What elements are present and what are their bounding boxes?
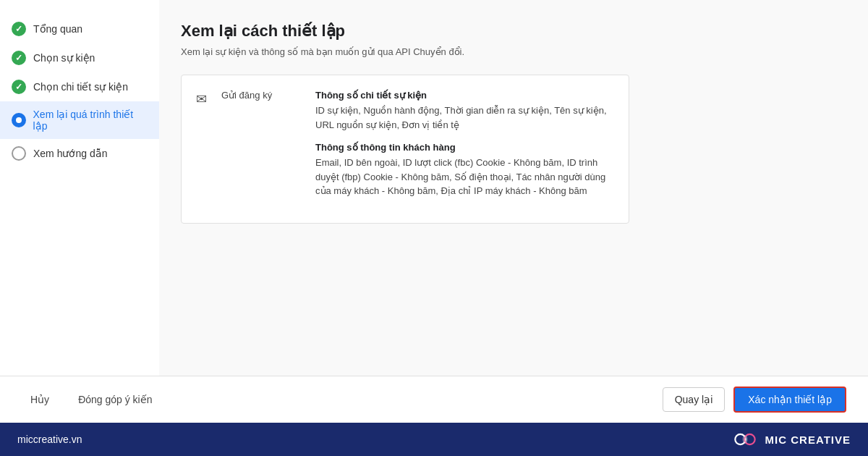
feedback-button[interactable]: Đóng góp ý kiến — [69, 388, 161, 411]
check-icon-3 — [12, 80, 26, 94]
sidebar-label-tong-quan: Tổng quan — [33, 23, 82, 35]
review-card: ✉ Gửi đăng ký Thông số chi tiết sự kiện … — [181, 75, 629, 224]
sidebar-item-tong-quan[interactable]: Tổng quan — [0, 14, 159, 43]
page-subtitle: Xem lại sự kiện và thông số mà bạn muốn … — [181, 46, 846, 57]
sidebar-item-chon-su-kien[interactable]: Chọn sự kiện — [0, 43, 159, 72]
brand-area: MIC CREATIVE — [732, 431, 851, 448]
content-area: Xem lại cách thiết lập Xem lại sự kiện v… — [159, 0, 868, 376]
brand-name-label: MIC CREATIVE — [765, 434, 851, 446]
sidebar-label-chon-chi-tiet: Chọn chi tiết sự kiện — [33, 81, 128, 93]
confirm-button[interactable]: Xác nhận thiết lập — [733, 387, 846, 413]
cancel-button[interactable]: Hủy — [22, 388, 58, 411]
back-button[interactable]: Quay lại — [663, 387, 726, 412]
inactive-icon — [12, 146, 26, 161]
sidebar-item-xem-huong-dan[interactable]: Xem hướng dẫn — [0, 139, 159, 168]
check-icon-1 — [12, 22, 26, 36]
mic-creative-logo — [732, 431, 758, 448]
footer-right-buttons: Quay lại Xác nhận thiết lập — [663, 387, 846, 413]
bottom-footer: miccreative.vn MIC CREATIVE — [0, 423, 868, 456]
sidebar-label-xem-lai: Xem lại quá trình thiết lập — [33, 109, 148, 132]
page-title: Xem lại cách thiết lập — [181, 22, 846, 41]
sidebar: Tổng quan Chọn sự kiện Chọn chi tiết sự … — [0, 0, 159, 376]
review-label: Gửi đăng ký — [221, 90, 301, 208]
svg-point-2 — [742, 435, 747, 444]
sidebar-item-xem-lai[interactable]: Xem lại quá trình thiết lập — [0, 101, 159, 139]
sidebar-label-chon-su-kien: Chọn sự kiện — [33, 52, 95, 64]
footer-action-bar: Hủy Đóng góp ý kiến Quay lại Xác nhận th… — [0, 376, 868, 423]
footer-left-buttons: Hủy Đóng góp ý kiến — [22, 388, 161, 411]
section-text-2: Email, ID bên ngoài, ID lượt click (fbc)… — [315, 156, 614, 198]
section-title-1: Thông số chi tiết sự kiện — [315, 90, 614, 101]
review-sections: Thông số chi tiết sự kiện ID sự kiện, Ng… — [315, 90, 614, 208]
sidebar-label-xem-huong-dan: Xem hướng dẫn — [33, 148, 108, 159]
active-icon — [12, 113, 26, 127]
sidebar-item-chon-chi-tiet[interactable]: Chọn chi tiết sự kiện — [0, 72, 159, 101]
domain-label: miccreative.vn — [17, 434, 82, 445]
section-text-1: ID sự kiện, Nguồn hành động, Thời gian d… — [315, 104, 614, 132]
section-title-2: Thông số thông tin khách hàng — [315, 142, 614, 153]
check-icon-2 — [12, 51, 26, 65]
mail-icon: ✉ — [196, 91, 207, 208]
